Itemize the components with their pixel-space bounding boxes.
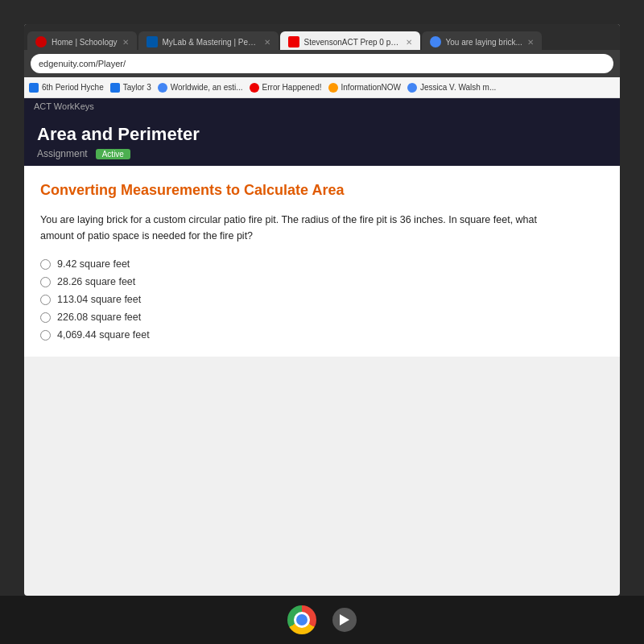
stevensonact-icon	[288, 36, 299, 47]
radio-d[interactable]	[40, 312, 51, 323]
schoology-icon	[35, 36, 47, 47]
radio-b[interactable]	[40, 277, 51, 287]
question-title: Converting Measurements to Calculate Are…	[40, 182, 604, 199]
answer-d-label: 226.08 square feet	[57, 312, 141, 323]
bookmark-6th-period-icon	[29, 83, 39, 93]
answer-a-label: 9.42 square feet	[57, 258, 130, 270]
radio-c[interactable]	[40, 295, 51, 305]
browser-chrome: Home | Schoology ✕ MyLab & Mastering | P…	[24, 24, 620, 98]
answer-option-b[interactable]: 28.26 square feet	[40, 276, 604, 287]
bookmark-error-icon	[250, 83, 259, 93]
bookmark-taylor3[interactable]: Taylor 3	[110, 83, 151, 93]
bookmark-jessica-icon	[407, 83, 417, 93]
page-title: Area and Perimeter	[37, 124, 607, 145]
bookmark-taylor3-icon	[110, 83, 120, 93]
google-tab-icon	[430, 36, 441, 47]
answer-option-c[interactable]: 113.04 square feet	[40, 294, 604, 305]
tab-pearson-close-icon[interactable]: ✕	[264, 38, 270, 47]
bookmark-error[interactable]: Error Happened!	[250, 83, 322, 93]
radio-a[interactable]	[40, 259, 51, 270]
bookmark-jessica-label: Jessica V. Walsh m...	[420, 83, 496, 92]
bookmark-worldwide-label: Worldwide, an esti...	[171, 83, 243, 92]
act-workkeys-breadcrumb: ACT WorkKeys	[34, 101, 94, 111]
chrome-taskbar-icon[interactable]	[287, 605, 316, 634]
answer-options: 9.42 square feet 28.26 square feet 113.0…	[40, 258, 604, 341]
status-badge: Active	[96, 149, 130, 159]
screen: Home | Schoology ✕ MyLab & Mastering | P…	[24, 24, 620, 596]
tab-close-icon[interactable]: ✕	[122, 38, 129, 47]
answer-c-label: 113.04 square feet	[57, 294, 141, 305]
svg-marker-0	[340, 614, 349, 625]
tab-stevensonact[interactable]: StevensonACT Prep 0 period-A ✕	[280, 31, 420, 50]
tab-google[interactable]: You are laying brick... ✕	[422, 31, 542, 50]
taskbar	[0, 596, 644, 644]
page-subtitle-row: Assignment Active	[37, 148, 607, 159]
question-text: You are laying brick for a custom circul…	[40, 212, 539, 244]
tab-stevensonact-label: StevensonACT Prep 0 period-A	[304, 38, 401, 47]
answer-option-e[interactable]: 4,069.44 square feet	[40, 329, 604, 341]
bookmark-taylor3-label: Taylor 3	[123, 83, 151, 92]
assignment-label: Assignment	[37, 148, 88, 159]
bookmark-informationnow[interactable]: InformationNOW	[328, 83, 401, 93]
answer-option-a[interactable]: 9.42 square feet	[40, 258, 604, 270]
answer-e-label: 4,069.44 square feet	[57, 329, 150, 341]
bookmark-worldwide[interactable]: Worldwide, an esti...	[158, 83, 243, 93]
address-bar-row: edgenuity.com/Player/	[24, 50, 620, 77]
tab-google-close-icon[interactable]: ✕	[527, 38, 534, 47]
tab-bar: Home | Schoology ✕ MyLab & Mastering | P…	[24, 24, 620, 50]
play-taskbar-icon[interactable]	[332, 608, 357, 632]
bookmark-jessica[interactable]: Jessica V. Walsh m...	[407, 83, 496, 93]
bookmark-error-label: Error Happened!	[262, 83, 322, 92]
bookmark-6th-period[interactable]: 6th Period Hyche	[29, 83, 104, 93]
tab-schoology-label: Home | Schoology	[52, 38, 118, 47]
address-bar[interactable]: edgenuity.com/Player/	[31, 54, 613, 73]
pearson-icon	[147, 36, 158, 47]
radio-e[interactable]	[40, 330, 51, 341]
answer-b-label: 28.26 square feet	[57, 276, 135, 287]
bookmark-6th-period-label: 6th Period Hyche	[42, 83, 104, 92]
laptop-frame: Home | Schoology ✕ MyLab & Mastering | P…	[0, 0, 644, 644]
edgenuity-nav: ACT WorkKeys	[24, 98, 620, 114]
tab-stevensonact-close-icon[interactable]: ✕	[406, 38, 412, 47]
bookmark-informationnow-label: InformationNOW	[341, 83, 401, 92]
tab-pearson[interactable]: MyLab & Mastering | Pearson ✕	[138, 31, 279, 50]
tab-schoology[interactable]: Home | Schoology ✕	[27, 31, 137, 50]
main-content: Converting Measurements to Calculate Are…	[24, 166, 620, 357]
bookmark-worldwide-icon	[158, 83, 167, 93]
bookmark-informationnow-icon	[328, 83, 338, 93]
answer-option-d[interactable]: 226.08 square feet	[40, 312, 604, 323]
bookmarks-bar: 6th Period Hyche Taylor 3 Worldwide, an …	[24, 77, 620, 98]
tab-pearson-label: MyLab & Mastering | Pearson	[163, 38, 259, 47]
tab-google-label: You are laying brick...	[446, 38, 522, 47]
page-header: Area and Perimeter Assignment Active	[24, 114, 620, 166]
address-text: edgenuity.com/Player/	[39, 59, 126, 68]
